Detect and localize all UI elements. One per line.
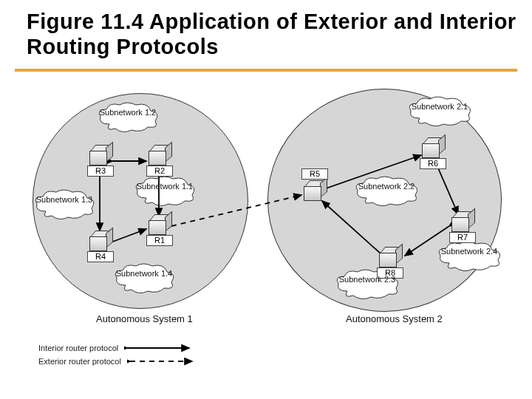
router-label: R6 xyxy=(420,158,446,169)
router-r6: R6 xyxy=(420,137,445,158)
cloud-subnet-2-2: Subnetwork 2.2 xyxy=(352,176,421,207)
subnet-label: Subnetwork 1.2 xyxy=(95,102,161,117)
router-r8: R8 xyxy=(377,247,402,267)
cloud-subnet-2-4: Subnetwork 2.4 xyxy=(434,241,504,272)
subnet-label: Subnetwork 2.1 xyxy=(405,96,474,111)
router-label: R5 xyxy=(301,168,328,180)
subnet-label: Subnetwork 1.4 xyxy=(111,263,177,278)
router-r3: R3 xyxy=(87,145,112,166)
as2-caption: Autonomous System 2 xyxy=(346,313,443,324)
router-label: R4 xyxy=(87,251,114,262)
subnet-label: Subnetwork 2.3 xyxy=(332,269,402,284)
router-label: R2 xyxy=(146,166,173,177)
legend-row-interior: Interior router protocol xyxy=(38,341,195,355)
cloud-subnet-1-2: Subnetwork 1.2 xyxy=(95,102,161,133)
legend-exterior-swatch xyxy=(127,356,195,366)
router-label: R1 xyxy=(146,235,173,246)
subnet-label: Subnetwork 1.1 xyxy=(132,176,198,191)
legend-row-exterior: Exterior router protocol xyxy=(38,355,195,368)
slide: Figure 11.4 Application of Exterior and … xyxy=(0,0,532,399)
title-underline xyxy=(15,69,517,72)
router-r2: R2 xyxy=(146,145,171,166)
cloud-subnet-2-1: Subnetwork 2.1 xyxy=(405,96,474,127)
cloud-subnet-1-4: Subnetwork 1.4 xyxy=(111,263,177,294)
legend-exterior-label: Exterior router protocol xyxy=(38,357,121,366)
router-label: R3 xyxy=(87,166,114,177)
figure-title: Figure 11.4 Application of Exterior and … xyxy=(27,9,532,59)
cloud-subnet-1-3: Subnetwork 1.3 xyxy=(31,189,98,220)
legend-interior-label: Interior router protocol xyxy=(38,344,118,352)
legend-interior-swatch xyxy=(124,343,192,353)
router-r1: R1 xyxy=(146,214,171,235)
subnet-label: Subnetwork 2.2 xyxy=(352,176,421,191)
cloud-subnet-1-1: Subnetwork 1.1 xyxy=(132,176,198,207)
as1-caption: Autonomous System 1 xyxy=(96,313,193,324)
subnet-label: Subnetwork 1.3 xyxy=(31,189,98,204)
router-r7: R7 xyxy=(449,211,474,232)
router-r4: R4 xyxy=(87,231,112,251)
router-r5: R5 xyxy=(301,180,327,201)
cloud-subnet-2-3: Subnetwork 2.3 xyxy=(332,269,402,300)
subnet-label: Subnetwork 2.4 xyxy=(434,241,504,256)
legend: Interior router protocol Exterior router… xyxy=(38,341,195,368)
